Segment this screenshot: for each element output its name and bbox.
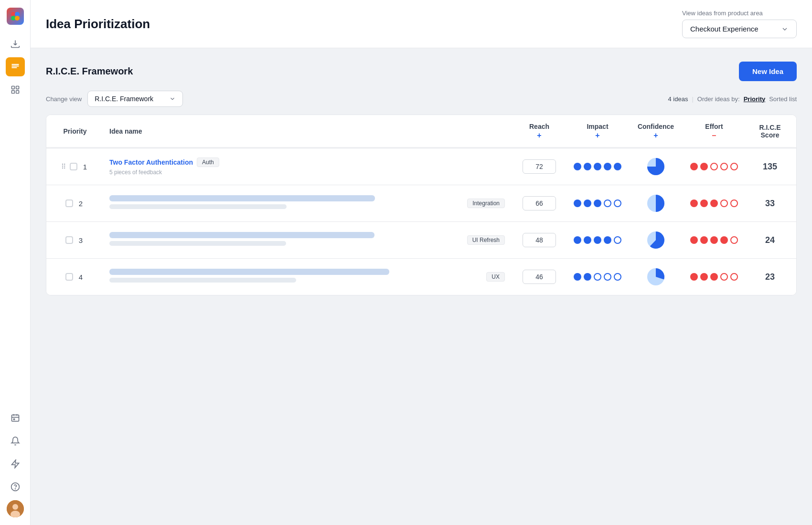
table-row: 2 Integration 33 xyxy=(46,185,796,222)
idea-name-cell: Integration xyxy=(104,185,511,222)
impact-dots xyxy=(574,200,621,207)
reach-input[interactable] xyxy=(523,159,556,174)
svg-rect-10 xyxy=(16,91,19,94)
product-area-dropdown[interactable]: Checkout Experience xyxy=(682,20,797,38)
rice-score-value: 135 xyxy=(763,162,777,171)
confidence-pie xyxy=(633,230,679,251)
product-area-value: Checkout Experience xyxy=(690,25,759,33)
sidebar-contact[interactable] xyxy=(6,409,25,428)
reach-input[interactable] xyxy=(523,196,556,210)
svg-point-15 xyxy=(15,489,15,489)
priority-number: 2 xyxy=(77,200,85,208)
toolbar: Change view R.I.C.E. Framework 4 ideas |… xyxy=(46,91,797,107)
impact-cell xyxy=(568,259,627,295)
effort-dots xyxy=(690,273,738,281)
impact-dots xyxy=(574,236,621,244)
reach-plus-icon: + xyxy=(537,131,541,140)
effort-cell xyxy=(684,148,744,185)
rice-score-cell: 24 xyxy=(744,222,796,259)
idea-name-cell: UX xyxy=(104,259,511,295)
table-body: ⠿ 1 Two Factor Authentication Auth 5 pie… xyxy=(46,148,796,295)
page-title: Idea Prioritization xyxy=(46,17,150,32)
view-dropdown-chevron-icon xyxy=(169,95,176,102)
placeholder-sub-line xyxy=(109,241,286,246)
sidebar-help[interactable] xyxy=(6,477,25,496)
placeholder-name-line xyxy=(109,232,374,238)
placeholder-name-line xyxy=(109,269,389,275)
reach-cell xyxy=(511,148,568,185)
row-checkbox[interactable] xyxy=(70,163,77,170)
priority-number: 1 xyxy=(81,163,89,171)
col-header-impact: Impact + xyxy=(568,115,627,148)
rice-score-cell: 135 xyxy=(744,148,796,185)
view-dropdown[interactable]: R.I.C.E. Framework xyxy=(87,91,183,107)
priority-cell: 2 xyxy=(46,185,104,222)
idea-tag: UI Refresh xyxy=(467,235,505,245)
header-right: View ideas from product area Checkout Ex… xyxy=(682,10,797,38)
dropdown-chevron-icon xyxy=(781,25,789,33)
new-idea-button[interactable]: New Idea xyxy=(739,62,797,81)
table-header-row: Priority Idea name Reach + xyxy=(46,115,796,148)
ideas-count: 4 ideas xyxy=(668,95,688,103)
order-label: Order ideas by: xyxy=(697,95,740,103)
confidence-pie xyxy=(633,193,679,214)
impact-dots xyxy=(574,273,621,281)
svg-rect-7 xyxy=(11,86,14,89)
app-logo xyxy=(7,8,24,25)
reach-cell xyxy=(511,185,568,222)
idea-name-link[interactable]: Two Factor Authentication xyxy=(109,158,193,166)
priority-cell: 4 xyxy=(46,259,104,295)
rice-score-cell: 33 xyxy=(744,185,796,222)
effort-cell xyxy=(684,185,744,222)
reach-input[interactable] xyxy=(523,233,556,247)
framework-title: R.I.C.E. Framework xyxy=(46,66,133,77)
idea-name-cell: Two Factor Authentication Auth 5 pieces … xyxy=(104,148,511,185)
confidence-cell xyxy=(627,259,684,295)
drag-handle-icon: ⠿ xyxy=(61,163,66,170)
svg-point-17 xyxy=(12,504,18,510)
col-header-name: Idea name xyxy=(104,115,511,148)
sidebar-bell[interactable] xyxy=(6,431,25,451)
svg-point-12 xyxy=(13,419,15,420)
svg-rect-9 xyxy=(11,91,14,94)
idea-tag: Auth xyxy=(197,158,219,167)
col-header-reach: Reach + xyxy=(511,115,568,148)
change-view-label: Change view xyxy=(46,95,82,103)
idea-tag: UX xyxy=(486,272,505,282)
row-checkbox[interactable] xyxy=(65,200,73,207)
sidebar-list[interactable] xyxy=(6,57,25,76)
impact-cell xyxy=(568,148,627,185)
effort-cell xyxy=(684,222,744,259)
effort-minus-icon: – xyxy=(712,131,716,140)
confidence-cell xyxy=(627,148,684,185)
sidebar xyxy=(0,0,31,525)
reach-cell xyxy=(511,222,568,259)
priority-cell: 3 xyxy=(46,222,104,259)
table-row: ⠿ 1 Two Factor Authentication Auth 5 pie… xyxy=(46,148,796,185)
toolbar-right: 4 ideas | Order ideas by: Priority Sorte… xyxy=(668,95,797,103)
sorted-list[interactable]: Sorted list xyxy=(769,95,797,103)
priority-number: 4 xyxy=(77,273,85,281)
placeholder-sub-line xyxy=(109,204,287,209)
sidebar-download[interactable] xyxy=(6,34,25,53)
order-priority[interactable]: Priority xyxy=(744,95,766,103)
rice-score-value: 23 xyxy=(765,272,775,282)
impact-plus-icon: + xyxy=(595,131,599,140)
header: Idea Prioritization View ideas from prod… xyxy=(31,0,812,48)
rice-score-value: 24 xyxy=(765,235,775,245)
placeholder-name-line xyxy=(109,195,375,201)
confidence-plus-icon: + xyxy=(653,131,658,140)
row-checkbox[interactable] xyxy=(65,236,73,244)
confidence-cell xyxy=(627,185,684,222)
reach-input[interactable] xyxy=(523,270,556,284)
sidebar-grid[interactable] xyxy=(6,80,25,99)
confidence-pie xyxy=(633,156,679,177)
sidebar-bolt[interactable] xyxy=(6,454,25,473)
effort-dots xyxy=(690,200,738,207)
content-area: R.I.C.E. Framework New Idea Change view … xyxy=(31,48,812,525)
user-avatar[interactable] xyxy=(7,500,24,517)
col-header-rice: R.I.C.E Score xyxy=(744,115,796,148)
row-checkbox[interactable] xyxy=(65,273,73,281)
idea-name-cell: UI Refresh xyxy=(104,222,511,259)
col-header-effort: Effort – xyxy=(684,115,744,148)
